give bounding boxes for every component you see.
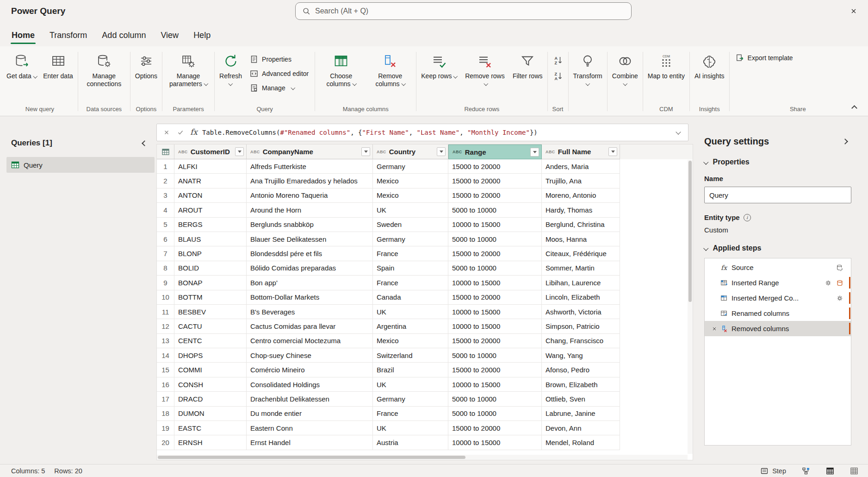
tab-add-column[interactable]: Add column [95, 26, 153, 46]
cell-full-name[interactable]: Afonso, Pedro [542, 363, 620, 377]
cell-range[interactable]: 10000 to 15000 [448, 377, 542, 392]
close-button[interactable] [846, 3, 862, 19]
sort-ascending-button[interactable]: AZ [549, 54, 567, 67]
data-view-button[interactable] [825, 466, 836, 476]
manage-connections-button[interactable]: Manage connections [80, 49, 129, 106]
cell-companyname[interactable]: Cactus Comidas para llevar [247, 319, 373, 333]
filter-rows-button[interactable]: Filter rows [509, 49, 546, 106]
cell-customerid[interactable]: DUMON [174, 407, 247, 421]
cell-customerid[interactable]: ERNSH [174, 435, 247, 450]
options-button[interactable]: Options [132, 49, 161, 106]
cell-companyname[interactable]: Blauer See Delikatessen [247, 232, 373, 246]
cell-country[interactable]: Switzerland [373, 348, 448, 363]
remove-columns-button[interactable]: Remove columns [366, 49, 415, 106]
get-data-button[interactable]: Get data [3, 49, 40, 106]
row-number[interactable]: 16 [157, 377, 174, 392]
cell-companyname[interactable]: Chop-suey Chinese [247, 348, 373, 363]
collapse-ribbon-button[interactable] [848, 102, 861, 112]
cell-customerid[interactable]: CACTU [174, 319, 247, 333]
tab-transform[interactable]: Transform [43, 26, 94, 46]
row-number[interactable]: 18 [157, 407, 174, 421]
collapse-settings-panel-button[interactable] [838, 135, 851, 148]
row-number[interactable]: 17 [157, 392, 174, 406]
row-number[interactable]: 13 [157, 334, 174, 348]
properties-button[interactable]: Properties [245, 52, 313, 66]
cell-country[interactable]: Brazil [373, 363, 448, 377]
column-header-companyname[interactable]: ABCCompanyName [247, 144, 373, 159]
cell-full-name[interactable]: Brown, Elizabeth [542, 377, 620, 392]
manage-parameters-button[interactable]: Manage parameters [164, 49, 213, 106]
cell-companyname[interactable]: Du monde entier [247, 407, 373, 421]
cell-customerid[interactable]: BOLID [174, 261, 247, 276]
cell-range[interactable]: 15000 to 20000 [448, 188, 542, 203]
cell-customerid[interactable]: BLONP [174, 246, 247, 261]
cell-full-name[interactable]: Moreno, Antonio [542, 188, 620, 203]
vertical-scrollbar[interactable] [688, 160, 693, 454]
row-number[interactable]: 6 [157, 232, 174, 246]
cell-country[interactable]: Mexico [373, 334, 448, 348]
cell-customerid[interactable]: ANATR [174, 174, 247, 188]
cell-range[interactable]: 5000 to 10000 [448, 232, 542, 246]
row-number[interactable]: 15 [157, 363, 174, 377]
cell-customerid[interactable]: CONSH [174, 377, 247, 392]
step-settings-gear-icon[interactable] [825, 279, 832, 287]
cell-customerid[interactable]: CENTC [174, 334, 247, 348]
row-number[interactable]: 9 [157, 276, 174, 290]
row-number[interactable]: 10 [157, 290, 174, 305]
cell-range[interactable]: 10000 to 15000 [448, 435, 542, 450]
column-header-range[interactable]: ABCRange [448, 144, 542, 159]
row-number[interactable]: 3 [157, 188, 174, 203]
row-number[interactable]: 5 [157, 218, 174, 232]
cell-companyname[interactable]: Eastern Conn [247, 421, 373, 435]
delete-step-button[interactable] [710, 325, 719, 333]
cell-range[interactable]: 15000 to 20000 [448, 290, 542, 305]
column-filter-button[interactable] [437, 147, 446, 156]
cell-range[interactable]: 15000 to 20000 [448, 159, 542, 174]
cell-full-name[interactable]: Sommer, Martin [542, 261, 620, 276]
step-inserted-range[interactable]: Inserted Range [705, 275, 851, 290]
cell-range[interactable]: 15000 to 20000 [448, 363, 542, 377]
cell-country[interactable]: Canada [373, 290, 448, 305]
cell-country[interactable]: UK [373, 203, 448, 217]
cell-country[interactable]: Germany [373, 159, 448, 174]
cell-companyname[interactable]: Around the Horn [247, 203, 373, 217]
export-template-button[interactable]: Export template [731, 51, 798, 65]
row-number[interactable]: 14 [157, 348, 174, 363]
remove-rows-button[interactable]: Remove rows [460, 49, 509, 106]
horizontal-scrollbar[interactable] [157, 455, 688, 460]
cell-customerid[interactable]: AROUT [174, 203, 247, 217]
column-header-customerid[interactable]: ABCCustomerID [174, 144, 247, 159]
sort-descending-button[interactable]: ZA [549, 69, 567, 82]
cell-range[interactable]: 5000 to 10000 [448, 392, 542, 406]
cell-range[interactable]: 10000 to 15000 [448, 276, 542, 290]
cell-full-name[interactable]: Anders, Maria [542, 159, 620, 174]
cell-country[interactable]: Germany [373, 392, 448, 406]
properties-section-header[interactable]: Properties [704, 158, 851, 166]
commit-formula-button[interactable] [174, 126, 187, 139]
cell-country[interactable]: Argentina [373, 319, 448, 333]
cell-country[interactable]: UK [373, 305, 448, 319]
row-number[interactable]: 2 [157, 174, 174, 188]
cell-companyname[interactable]: Bottom-Dollar Markets [247, 290, 373, 305]
column-filter-button[interactable] [530, 148, 539, 157]
step-view-button[interactable]: Step [759, 466, 787, 476]
column-filter-button[interactable] [361, 147, 370, 156]
query-list-item[interactable]: Query [6, 157, 155, 173]
vertical-scrollbar-thumb[interactable] [688, 161, 692, 302]
cell-companyname[interactable]: Consolidated Holdings [247, 377, 373, 392]
formula-text[interactable]: Table.RemoveColumns(#"Renamed columns", … [202, 129, 671, 136]
cell-full-name[interactable]: Wang, Yang [542, 348, 620, 363]
cell-country[interactable]: France [373, 407, 448, 421]
cell-companyname[interactable]: Centro comercial Moctezuma [247, 334, 373, 348]
cell-full-name[interactable]: Lincoln, Elizabeth [542, 290, 620, 305]
map-to-entity-button[interactable]: CDM Map to entity [645, 49, 688, 106]
row-number[interactable]: 20 [157, 435, 174, 450]
cell-customerid[interactable]: ALFKI [174, 159, 247, 174]
cell-full-name[interactable]: Berglund, Christina [542, 218, 620, 232]
cell-country[interactable]: France [373, 246, 448, 261]
enter-data-button[interactable]: Enter data [40, 49, 76, 106]
cell-companyname[interactable]: Bon app' [247, 276, 373, 290]
cell-customerid[interactable]: BESBEV [174, 305, 247, 319]
cell-range[interactable]: 15000 to 20000 [448, 246, 542, 261]
column-header-full-name[interactable]: ABCFull Name [542, 144, 620, 159]
